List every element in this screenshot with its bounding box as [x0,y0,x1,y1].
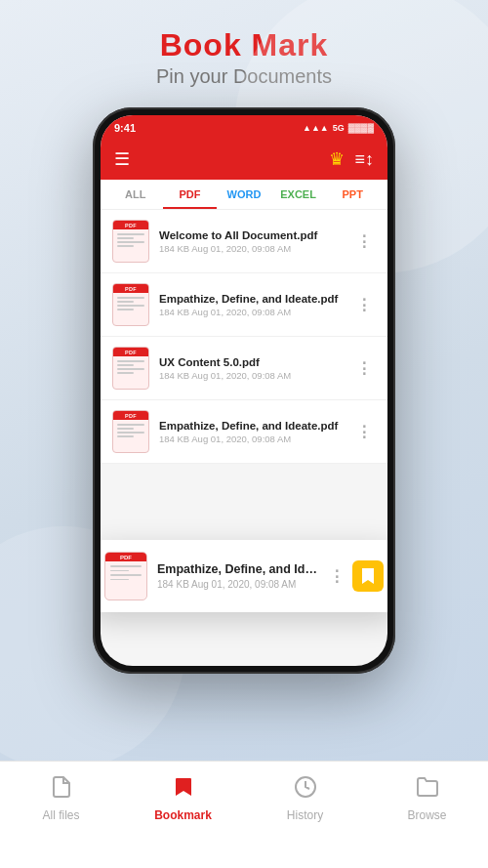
status-bar: 9:41 ▲▲▲ 5G ▓▓▓▓ [101,115,387,141]
floating-card[interactable]: PDF Empathize, Define, and Ideate.pdf 18… [101,540,387,612]
float-file-info: Empathize, Define, and Ideate.pdf 184 KB… [157,562,319,590]
app-header: ☰ ♛ ≡↕ [101,141,387,180]
nav-label-bookmark: Bookmark [154,808,212,822]
file-icon: PDF [112,220,149,263]
nav-label-all-files: All files [42,808,79,822]
nav-item-all-files[interactable]: All files [0,775,122,822]
list-item[interactable]: PDF Empathize, Define, and Ideate.pdf 18… [101,400,387,464]
tab-excel[interactable]: EXCEL [271,180,326,209]
status-icons: ▲▲▲ 5G ▓▓▓▓ [303,123,374,133]
file-name: Empathize, Define, and Ideate.pdf [159,420,343,432]
float-more-icon[interactable]: ⋮ [329,567,345,586]
bookmark-icon [172,775,195,805]
file-more-icon[interactable]: ⋮ [352,419,376,445]
file-more-icon[interactable]: ⋮ [352,228,376,255]
file-more-icon[interactable]: ⋮ [352,355,376,382]
hamburger-icon[interactable]: ☰ [114,148,130,170]
nav-item-browse[interactable]: Browse [366,775,488,822]
file-icon: PDF [112,283,149,326]
float-file-icon: PDF [104,552,147,600]
file-meta: 184 KB Aug 01, 2020, 09:08 AM [159,243,343,254]
list-item[interactable]: PDF Welcome to All Document.pdf 184 KB A… [101,210,387,273]
tab-ppt[interactable]: PPT [325,180,380,209]
float-actions: ⋮ [329,560,384,592]
clock-icon [294,775,317,805]
bookmark-button[interactable] [352,560,384,592]
file-meta: 184 KB Aug 01, 2020, 09:08 AM [159,370,343,381]
nav-item-history[interactable]: History [244,775,366,822]
status-time: 9:41 [114,122,136,134]
file-meta: 184 KB Aug 01, 2020, 09:08 AM [159,434,343,444]
list-item[interactable]: PDF Empathize, Define, and Ideate.pdf 18… [101,273,387,337]
file-info: Empathize, Define, and Ideate.pdf 184 KB… [159,420,343,444]
tab-pdf[interactable]: PDF [163,180,218,209]
file-icon [50,775,73,805]
file-name: Empathize, Define, and Ideate.pdf [159,293,343,305]
file-icon: PDF [112,410,149,453]
battery-icon: ▓▓▓▓ [348,123,374,133]
float-file-meta: 184 KB Aug 01, 2020, 09:08 AM [157,579,319,590]
phone-screen: 9:41 ▲▲▲ 5G ▓▓▓▓ ☰ ♛ ≡↕ ALL PDF WORD EXC… [101,115,387,666]
list-item[interactable]: PDF UX Content 5.0.pdf 184 KB Aug 01, 20… [101,337,387,400]
file-info: Welcome to All Document.pdf 184 KB Aug 0… [159,229,343,254]
phone-frame: 9:41 ▲▲▲ 5G ▓▓▓▓ ☰ ♛ ≡↕ ALL PDF WORD EXC… [93,107,395,674]
tab-all[interactable]: ALL [108,180,163,209]
tab-word[interactable]: WORD [217,180,271,209]
tabs-bar: ALL PDF WORD EXCEL PPT [101,180,387,210]
file-name: Welcome to All Document.pdf [159,229,343,241]
file-more-icon[interactable]: ⋮ [352,292,376,318]
bottom-nav: All files Bookmark History Browse [0,761,488,868]
header-actions: ♛ ≡↕ [329,148,374,170]
file-icon: PDF [112,347,149,390]
network-label: 5G [333,123,345,133]
nav-label-history: History [287,808,323,822]
file-list: PDF Welcome to All Document.pdf 184 KB A… [101,210,387,464]
sort-icon[interactable]: ≡↕ [354,149,374,170]
file-info: Empathize, Define, and Ideate.pdf 184 KB… [159,293,343,317]
file-meta: 184 KB Aug 01, 2020, 09:08 AM [159,307,343,317]
folder-icon [416,775,439,805]
signal-icon: ▲▲▲ [303,123,329,133]
nav-label-browse: Browse [407,808,446,822]
crown-icon[interactable]: ♛ [329,148,345,170]
file-info: UX Content 5.0.pdf 184 KB Aug 01, 2020, … [159,356,343,381]
float-file-name: Empathize, Define, and Ideate.pdf [157,562,319,576]
file-name: UX Content 5.0.pdf [159,356,343,368]
nav-item-bookmark[interactable]: Bookmark [122,775,244,822]
